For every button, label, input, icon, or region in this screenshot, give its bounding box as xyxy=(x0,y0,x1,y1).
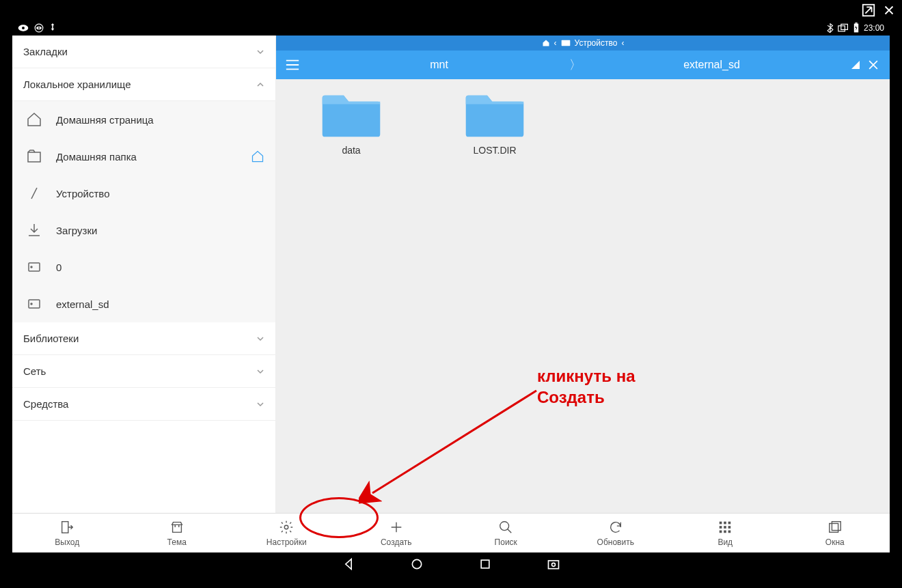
svg-rect-8 xyxy=(28,152,40,162)
grid-icon xyxy=(718,520,733,535)
triangle-indicator-icon[interactable] xyxy=(851,61,860,69)
svg-point-31 xyxy=(552,563,556,566)
battery-charging-icon xyxy=(853,23,860,33)
window-controls xyxy=(861,3,897,18)
toolbar-label: Окна xyxy=(825,537,845,547)
chevron-up-icon xyxy=(256,81,264,89)
settings-button[interactable]: Настройки xyxy=(232,514,342,552)
svg-point-28 xyxy=(412,559,421,568)
path-bar: mnt 〉 external_sd xyxy=(276,51,890,79)
status-time: 23:00 xyxy=(864,23,884,33)
svg-rect-25 xyxy=(728,530,731,533)
slash-icon xyxy=(26,185,42,201)
android-nav-bar xyxy=(12,552,890,576)
search-icon xyxy=(498,520,513,535)
svg-rect-21 xyxy=(724,526,726,529)
device-small-icon xyxy=(561,40,571,46)
arrow-left-small-icon: ‹ xyxy=(621,38,624,48)
sidebar-item-label: Загрузки xyxy=(56,225,97,236)
screenshot-icon[interactable] xyxy=(547,557,560,571)
sidebar-item-device[interactable]: Устройство xyxy=(12,175,275,212)
svg-rect-22 xyxy=(728,526,731,529)
exit-button[interactable]: Выход xyxy=(12,514,122,552)
sidebar-item-home-page[interactable]: Домашняя страница xyxy=(12,101,275,138)
refresh-icon xyxy=(608,520,623,535)
hamburger-menu[interactable] xyxy=(276,59,309,71)
gear-icon xyxy=(279,520,294,535)
back-icon[interactable] xyxy=(342,557,355,571)
main-area: ‹ Устройство ‹ mnt 〉 external_sd xyxy=(276,36,890,552)
sd-icon xyxy=(26,296,42,312)
chevron-down-icon xyxy=(256,48,264,56)
section-label: Библиотеки xyxy=(23,333,79,344)
folder-data[interactable]: data xyxy=(310,93,392,156)
folder-lostdir[interactable]: LOST.DIR xyxy=(454,93,536,156)
svg-rect-23 xyxy=(720,530,722,533)
sidebar-item-label: 0 xyxy=(56,262,62,273)
svg-point-12 xyxy=(31,303,32,305)
path-segment-mnt[interactable]: mnt xyxy=(309,59,569,71)
home-folder-icon xyxy=(26,148,42,165)
refresh-button[interactable]: Обновить xyxy=(561,514,671,552)
folder-icon xyxy=(320,93,383,139)
sidebar-section-libraries[interactable]: Библиотеки xyxy=(12,322,275,355)
popout-icon[interactable] xyxy=(861,3,876,18)
section-label: Средства xyxy=(23,398,68,410)
toolbar-label: Выход xyxy=(55,537,79,547)
home-active-icon xyxy=(251,150,264,163)
create-button[interactable]: Создать xyxy=(342,514,452,552)
svg-rect-13 xyxy=(561,40,570,46)
sidebar-section-bookmarks[interactable]: Закладки xyxy=(12,36,275,68)
theme-icon xyxy=(169,520,184,535)
svg-rect-19 xyxy=(728,521,731,524)
svg-point-15 xyxy=(285,525,289,529)
svg-rect-30 xyxy=(549,561,559,569)
svg-rect-27 xyxy=(832,521,840,530)
sidebar-item-downloads[interactable]: Загрузки xyxy=(12,212,275,249)
windows-button[interactable]: Окна xyxy=(780,514,890,552)
toolbar-label: Вид xyxy=(718,537,733,547)
windows-icon xyxy=(828,520,843,535)
theme-button[interactable]: Тема xyxy=(122,514,232,552)
sidebar-item-zero[interactable]: 0 xyxy=(12,249,275,285)
svg-rect-5 xyxy=(841,24,848,29)
toolbar-label: Поиск xyxy=(495,537,517,547)
chevron-down-icon xyxy=(256,335,264,343)
sidebar-section-network[interactable]: Сеть xyxy=(12,355,275,388)
svg-rect-24 xyxy=(724,530,726,533)
section-label: Локальное хранилище xyxy=(23,79,131,90)
svg-rect-7 xyxy=(855,23,857,24)
screens-icon xyxy=(838,23,849,33)
teamviewer-icon xyxy=(34,23,44,33)
download-icon xyxy=(26,222,42,238)
sidebar-section-tools[interactable]: Средства xyxy=(12,388,275,421)
path-separator-icon: 〉 xyxy=(569,57,582,73)
svg-rect-29 xyxy=(481,560,489,568)
search-button[interactable]: Поиск xyxy=(451,514,561,552)
svg-point-2 xyxy=(22,27,25,29)
recent-square-icon[interactable] xyxy=(478,557,492,571)
close-window-icon[interactable] xyxy=(882,3,897,18)
folder-icon xyxy=(463,93,526,139)
sidebar-item-label: Устройство xyxy=(56,188,109,199)
sidebar-item-home-folder[interactable]: Домашняя папка xyxy=(12,138,275,175)
plus-icon xyxy=(389,520,404,535)
sidebar-item-external-sd[interactable]: external_sd xyxy=(12,285,275,322)
android-status-bar: 23:00 xyxy=(12,20,890,36)
usb-icon xyxy=(49,23,56,33)
svg-point-16 xyxy=(500,521,509,530)
svg-rect-14 xyxy=(62,521,68,533)
exit-icon xyxy=(59,520,74,535)
chevron-down-icon xyxy=(256,367,264,376)
path-segment-external-sd[interactable]: external_sd xyxy=(582,59,842,71)
svg-rect-20 xyxy=(720,526,722,529)
eye-icon xyxy=(18,24,29,32)
close-icon[interactable] xyxy=(866,58,880,72)
view-button[interactable]: Вид xyxy=(670,514,780,552)
toolbar-label: Тема xyxy=(167,537,187,547)
sidebar-section-local-storage[interactable]: Локальное хранилище xyxy=(12,68,275,101)
bottom-toolbar: Выход Тема Настройки Создать Поиск Обнов… xyxy=(12,513,890,552)
top-breadcrumb-strip[interactable]: ‹ Устройство ‹ xyxy=(276,36,890,51)
section-label: Сеть xyxy=(23,365,46,377)
home-circle-icon[interactable] xyxy=(410,557,424,571)
